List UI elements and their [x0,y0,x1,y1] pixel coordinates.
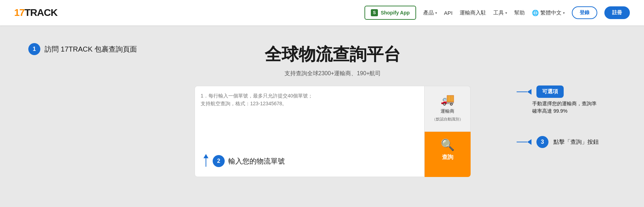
optional-arrow [517,89,531,95]
arrow-up-shaft [206,158,206,167]
nav-carrier-label: 運輸商入駐 [460,10,486,16]
arrow-up-head [203,154,208,158]
navbar: 17TRACK S Shopify App 產品 ▾ API 運輸商入駐 工具 … [0,0,644,25]
step-3-annotation-row: 3 點擊「查詢」按鈕 [517,136,616,148]
step-1-annotation: 1 訪問 17TRACK 包裹查詢頁面 [28,43,149,55]
step-2-text: 輸入您的物流單號 [228,156,285,166]
shopify-icon: S [371,9,378,16]
optional-desc: 手動選擇您的運輸商，查詢準確率高達 99.9% [532,100,616,115]
logo-17: 17 [14,7,24,18]
nav-products[interactable]: 產品 ▾ [423,10,437,16]
chevron-down-icon-3: ▾ [563,11,565,15]
step-1-circle: 1 [28,43,40,55]
tracking-area: 2 輸入您的物流單號 🚚 運輸商 （默認自動識別） 🔍 查詢 [195,86,471,177]
register-button[interactable]: 註冊 [604,6,630,19]
arrow-head-1 [527,89,531,95]
nav-tools[interactable]: 工具 ▾ [493,10,507,16]
page-title: 全球物流查詢平台 [265,43,401,66]
shopify-btn-label: Shopify App [381,10,410,16]
step-3-text: 點擊「查詢」按鈕 [553,138,599,146]
logo: 17TRACK [14,7,57,18]
right-annotations: 可選項 手動選擇您的運輸商，查詢準確率高達 99.9% 3 點擊「查詢」按鈕 [517,43,616,148]
search-label: 查詢 [442,154,453,161]
search-icon: 🔍 [441,138,455,152]
chevron-down-icon: ▾ [435,11,437,15]
left-panel: 1 訪問 17TRACK 包裹查詢頁面 [28,43,149,55]
right-buttons: 🚚 運輸商 （默認自動識別） 🔍 查詢 [425,86,471,177]
nav-help[interactable]: 幫助 [514,10,525,16]
chevron-down-icon-2: ▾ [505,11,507,15]
optional-annotation-row: 可選項 [517,85,616,98]
step-2-circle: 2 [213,155,225,167]
step-3-circle: 3 [536,136,548,148]
step-2-label: 2 輸入您的物流單號 [213,155,285,167]
shopify-button[interactable]: S Shopify App [364,6,416,20]
logo-area: 17TRACK [14,7,57,18]
arrow-line-2 [517,142,527,142]
optional-desc-text: 手動選擇您的運輸商，查詢準確率高達 99.9% [532,101,597,114]
nav-language[interactable]: 🌐 繁體中文 ▾ [532,10,565,16]
logo-track: TRACK [24,7,57,18]
navbar-right: S Shopify App 產品 ▾ API 運輸商入駐 工具 ▾ 幫助 🌐 繁… [364,6,630,20]
carrier-button[interactable]: 🚚 運輸商 （默認自動識別） [425,86,471,132]
language-label: 繁體中文 [540,10,562,16]
nav-api[interactable]: API [444,10,453,16]
step-3-arrow [517,139,531,145]
arrow-head-2 [527,139,531,145]
arrow-line-1 [517,91,527,92]
main-content: 1 訪問 17TRACK 包裹查詢頁面 全球物流查詢平台 支持查詢全球2300+… [0,25,644,191]
nav-products-label: 產品 [423,10,434,16]
step-1-text: 訪問 17TRACK 包裹查詢頁面 [45,45,137,54]
optional-bubble: 可選項 [536,85,564,98]
globe-icon: 🌐 [532,10,539,16]
carrier-sublabel: （默認自動識別） [432,117,463,122]
step-2-area: 2 輸入您的物流單號 [203,154,285,168]
truck-icon: 🚚 [441,93,455,106]
page-subtitle: 支持查詢全球2300+運輸商、190+航司 [284,70,381,77]
center-panel: 全球物流查詢平台 支持查詢全球2300+運輸商、190+航司 2 輸入您的物流單… [170,43,495,177]
nav-api-label: API [444,10,453,16]
nav-carrier[interactable]: 運輸商入駐 [460,10,486,16]
search-button[interactable]: 🔍 查詢 [425,132,471,177]
login-button[interactable]: 登錄 [572,6,597,19]
arrow-up-container [203,154,208,167]
carrier-label: 運輸商 [441,108,454,114]
nav-tools-label: 工具 [493,10,504,16]
optional-annotation-block: 可選項 手動選擇您的運輸商，查詢準確率高達 99.9% [517,85,616,115]
tracking-input-box: 2 輸入您的物流單號 [195,86,425,177]
nav-help-label: 幫助 [514,10,525,16]
